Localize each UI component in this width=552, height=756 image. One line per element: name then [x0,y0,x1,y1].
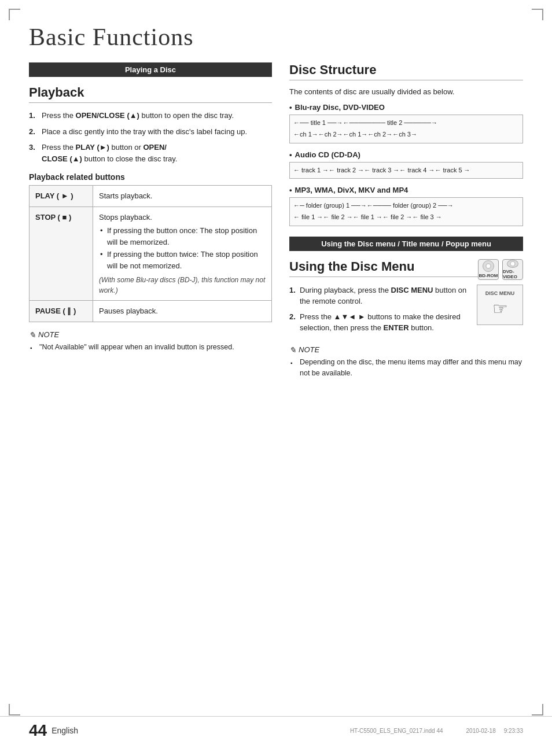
bluray-chapters-seg: ←ch 1→←ch 2→←ch 1→←ch 2→←ch 3→ [293,129,417,141]
dvdvideo-label: DVD-VIDEO [503,269,522,279]
footer-date: 2010-02-18 9:23:33 [466,728,523,734]
section-header-playing-disc: Playing a Disc [29,62,272,77]
disc-menu-icons: BD-ROM DVD-VIDEO [478,259,523,280]
disc-structure-section: Disc Structure The contents of disc are … [289,62,523,226]
page-title: Basic Functions [29,23,523,51]
two-column-layout: Playing a Disc Playback 1. Press the OPE… [29,62,523,380]
disc-type-bluray: Blu-ray Disc, DVD-VIDEO ←── title 1 ──→←… [289,103,523,143]
table-row-play: PLAY ( ► ) Starts playback. [30,186,272,207]
bdrom-disc-circle [483,260,494,272]
audiocd-structure-diagram: ← track 1 →← track 2 →← track 3 →← track… [289,162,523,179]
disc-step-1: 1. During playback, press the DISC MENU … [289,285,523,307]
disc-type-audiocd-label: Audio CD (CD-DA) [289,150,523,159]
mp3-files-seg: ← file 1 →← file 2 →← file 1 →← file 2 →… [293,212,442,223]
step-2-num: 2. [29,126,35,138]
footer-filename: HT-C5500_ELS_ENG_0217.indd 44 [350,728,443,734]
disc-step-2-bold: ENTER [384,323,409,332]
corner-mark-bl [9,704,20,716]
disc-menu-note-heading: ✎ NOTE [289,345,523,355]
disc-type-mp3-label: MP3, WMA, DivX, MKV and MP4 [289,186,523,194]
corner-mark-tr [532,9,543,20]
table-row-pause: PAUSE ( ‖ ) Pauses playback. [30,301,272,322]
disc-structure-heading: Disc Structure [289,62,523,80]
disc-menu-note-list: Depending on the disc, the menu items ma… [289,357,523,379]
disc-step-1-num: 1. [289,285,296,296]
bluray-row-2: ←ch 1→←ch 2→←ch 1→←ch 2→←ch 3→ [293,129,519,141]
note-heading: ✎ NOTE [29,330,272,340]
pause-description: Pauses playback. [93,301,272,322]
step-1-bold: OPEN/CLOSE (▲) [76,111,139,120]
stop-button-label: STOP ( ■ ) [30,206,93,301]
page-language: English [51,726,78,735]
disc-menu-section: Using the Disc Menu BD-ROM DVD-VIDEO [289,259,523,379]
play-button-label: PLAY ( ► ) [30,186,93,207]
disc-structure-desc: The contents of disc are usually divided… [289,87,523,96]
stop-bullet-list: If pressing the button once: The stop po… [99,225,266,271]
bluray-row-1: ←── title 1 ──→←──────── title 2 ──────→ [293,117,519,129]
dvdvideo-disc-circle [507,260,518,268]
note-item-1: "Not Available" will appear when an inva… [29,342,272,353]
disc-step-2: 2. Press the ▲▼◄ ► buttons to make the d… [289,311,523,334]
disc-menu-step-container: DISC MENU ☞ 1. During playback, press th… [289,285,523,340]
disc-type-mp3: MP3, WMA, DivX, MKV and MP4 ←─ folder (g… [289,186,523,226]
mp3-row-2: ← file 1 →← file 2 →← file 1 →← file 2 →… [293,212,519,223]
playback-buttons-heading: Playback related buttons [29,172,272,182]
audiocd-tracks-seg: ← track 1 →← track 2 →← track 3 →← track… [293,165,470,176]
note-label: NOTE [38,330,59,339]
section-header-disc-menu: Using the Disc menu / Title menu / Popup… [289,237,523,251]
stop-italic-note: (With some Blu-ray discs (BD-J), this fu… [99,275,266,296]
disc-menu-note-label: NOTE [299,345,319,354]
corner-mark-tl [9,9,20,20]
step-3-num: 3. [29,142,35,153]
disc-menu-header-row: Using the Disc Menu BD-ROM DVD-VIDEO [289,259,523,285]
step-1-num: 1. [29,110,35,121]
disc-menu-note-item-1: Depending on the disc, the menu items ma… [289,357,523,379]
pause-button-label: PAUSE ( ‖ ) [30,301,93,322]
playback-table: PLAY ( ► ) Starts playback. STOP ( ■ ) S… [29,185,272,322]
page-number: 44 [29,721,47,740]
play-description: Starts playback. [93,186,272,207]
note-list: "Not Available" will appear when an inva… [29,342,272,353]
disc-type-bluray-label: Blu-ray Disc, DVD-VIDEO [289,103,523,112]
pencil-icon: ✎ [29,330,36,340]
bdrom-label: BD-ROM [479,273,498,278]
playback-steps: 1. Press the OPEN/CLOSE (▲) button to op… [29,110,272,164]
stop-bullet-2: If pressing the button twice: The stop p… [99,249,266,271]
stop-description: Stops playback. If pressing the button o… [93,206,272,301]
page: Basic Functions Playing a Disc Playback … [0,0,552,756]
bdrom-icon-badge: BD-ROM [478,259,499,280]
disc-type-audiocd: Audio CD (CD-DA) ← track 1 →← track 2 →←… [289,150,523,179]
step-3-bold1: PLAY (►) [76,143,109,152]
bluray-structure-diagram: ←── title 1 ──→←──────── title 2 ──────→… [289,115,523,143]
note-section: ✎ NOTE "Not Available" will appear when … [29,330,272,353]
table-row-stop: STOP ( ■ ) Stops playback. If pressing t… [30,206,272,301]
disc-step-2-num: 2. [289,311,296,323]
bluray-title1-seg: ←── title 1 ──→←──────── title 2 ──────→ [293,117,437,129]
audiocd-row-1: ← track 1 →← track 2 →← track 3 →← track… [293,165,519,176]
left-column: Playing a Disc Playback 1. Press the OPE… [29,62,272,380]
right-column: Disc Structure The contents of disc are … [289,62,523,380]
step-3: 3. Press the PLAY (►) button or OPEN/CLO… [29,142,272,164]
disc-step-1-bold: DISC MENU [391,286,433,294]
disc-menu-heading: Using the Disc Menu [289,259,478,277]
stop-bullet-1: If pressing the button once: The stop po… [99,225,266,248]
dvdvideo-icon-badge: DVD-VIDEO [502,259,523,280]
mp3-structure-diagram: ←─ folder (group) 1 ──→←──── folder (gro… [289,197,523,226]
step-2: 2. Place a disc gently into the tray wit… [29,126,272,138]
audiocd-label-text: Audio CD (CD-DA) [295,150,360,159]
mp3-row-1: ←─ folder (group) 1 ──→←──── folder (gro… [293,200,519,212]
mp3-label-text: MP3, WMA, DivX, MKV and MP4 [295,186,409,194]
disc-menu-pencil-icon: ✎ [289,345,296,355]
disc-menu-note-section: ✎ NOTE Depending on the disc, the menu i… [289,345,523,379]
step-1: 1. Press the OPEN/CLOSE (▲) button to op… [29,110,272,121]
corner-mark-br [532,704,543,716]
playback-heading: Playback [29,85,272,103]
mp3-folders-seg: ←─ folder (group) 1 ──→←──── folder (gro… [293,200,454,212]
footer: 44 English HT-C5500_ELS_ENG_0217.indd 44… [0,716,552,744]
bluray-label-text: Blu-ray Disc, DVD-VIDEO [295,103,385,112]
